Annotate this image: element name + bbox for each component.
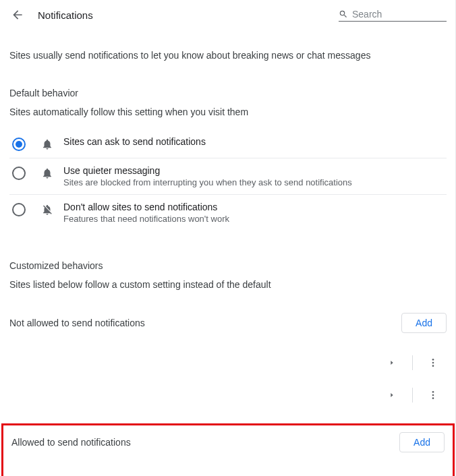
svg-point-5 (432, 397, 434, 399)
bell-icon (40, 167, 54, 180)
more-vert-icon (428, 390, 438, 400)
divider (412, 355, 413, 370)
radio-option-quieter[interactable]: Use quieter messaging Sites are blocked … (9, 158, 447, 195)
default-behavior-title: Default behavior (9, 88, 447, 98)
radio-description: Sites are blocked from interrupting you … (63, 177, 352, 187)
search-field[interactable] (339, 9, 447, 22)
search-icon (339, 9, 348, 20)
expand-button[interactable] (378, 349, 405, 376)
svg-point-0 (432, 359, 434, 361)
radio-button[interactable] (12, 138, 26, 151)
allowed-label: Allowed to send notifications (11, 437, 131, 448)
allowed-section-highlight: Allowed to send notifications Add No sit… (1, 423, 455, 476)
expand-button[interactable] (378, 382, 405, 409)
site-row (9, 347, 447, 379)
back-button[interactable] (9, 7, 26, 23)
svg-point-4 (432, 394, 434, 396)
add-not-allowed-button[interactable]: Add (401, 313, 447, 333)
chevron-right-icon (389, 359, 395, 366)
bell-icon (40, 138, 54, 151)
radio-description: Features that need notifications won't w… (63, 214, 229, 224)
add-allowed-button[interactable]: Add (399, 432, 445, 452)
customized-title: Customized behaviors (9, 260, 447, 271)
customized-subtitle: Sites listed below follow a custom setti… (9, 279, 447, 290)
svg-point-1 (432, 362, 434, 364)
site-row (9, 379, 447, 411)
more-vert-icon (428, 357, 438, 368)
radio-label: Use quieter messaging (63, 165, 352, 176)
divider (412, 388, 413, 403)
radio-button[interactable] (12, 167, 26, 180)
bell-off-icon (40, 203, 54, 216)
default-behavior-subtitle: Sites automatically follow this setting … (9, 107, 447, 117)
more-menu-button[interactable] (420, 349, 447, 376)
more-menu-button[interactable] (420, 382, 447, 409)
svg-point-3 (432, 391, 434, 393)
radio-label: Don't allow sites to send notifications (63, 202, 229, 212)
page-title: Notifications (38, 9, 339, 21)
radio-button[interactable] (12, 203, 26, 216)
not-allowed-label: Not allowed to send notifications (9, 318, 145, 328)
radio-option-block[interactable]: Don't allow sites to send notifications … (9, 195, 447, 231)
radio-option-ask[interactable]: Sites can ask to send notifications (9, 129, 447, 158)
radio-label: Sites can ask to send notifications (63, 136, 206, 147)
svg-point-2 (432, 365, 434, 367)
arrow-left-icon (11, 8, 24, 22)
chevron-right-icon (389, 392, 395, 398)
search-input[interactable] (352, 9, 447, 20)
intro-text: Sites usually send notifications to let … (9, 50, 447, 61)
